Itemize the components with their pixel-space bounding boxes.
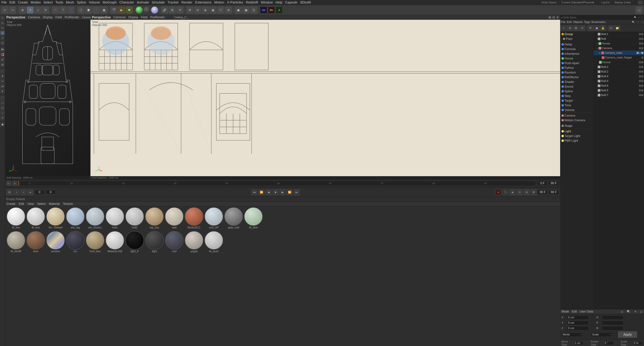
scale-step-field[interactable]: 5 % xyxy=(633,341,643,345)
tool-edge[interactable]: — xyxy=(0,101,5,105)
null1-vis-render[interactable] xyxy=(641,33,643,35)
polygon-mode-btn[interactable]: ▣ xyxy=(100,6,108,13)
node-space-value[interactable]: Current (Standard/Physical) xyxy=(560,0,596,4)
rs-row-null5[interactable]: Null.5 xyxy=(594,88,644,93)
tool-move[interactable]: ✛ xyxy=(0,31,5,35)
menu-xparticles[interactable]: X-Particles xyxy=(227,0,243,4)
attr-mode-tab[interactable]: Mode xyxy=(562,310,569,313)
tool-vertex[interactable]: · xyxy=(0,96,5,100)
settings-btn[interactable]: ⚙ xyxy=(186,6,193,13)
null2-vis-eye[interactable] xyxy=(639,66,641,68)
menu-modes[interactable]: Modes xyxy=(31,0,41,4)
tool-sym[interactable]: S xyxy=(0,89,5,93)
attr-search[interactable]: 🔍 xyxy=(627,310,630,314)
tool-scale[interactable]: ⤢ xyxy=(0,36,5,40)
tool-paint[interactable]: 🖌 xyxy=(0,57,5,62)
rs-row-null2[interactable]: Null.2 xyxy=(594,65,644,69)
rs-tool-lock[interactable]: 🔒 xyxy=(600,25,606,31)
menu-mograph[interactable]: MoGraph xyxy=(103,0,116,4)
tl-prev-frame[interactable]: ⏪ xyxy=(258,189,264,195)
right-vp-cameras[interactable]: Cameras xyxy=(113,15,126,19)
attr-prev[interactable]: ◁ xyxy=(620,310,623,314)
rs-search-icon[interactable]: 🔍 xyxy=(634,16,637,19)
camera-main-expand[interactable]: ▾ xyxy=(599,52,600,54)
right-vp-prorender[interactable]: ProRender xyxy=(150,15,165,19)
tool-rotate[interactable]: ↻ xyxy=(0,41,5,45)
rs-tool-del[interactable]: 🗑 xyxy=(573,25,579,31)
tool-spline[interactable]: ~ xyxy=(0,69,5,73)
right-vp-subtab[interactable]: Ceiling_C... xyxy=(174,16,189,19)
null4b-vis-render[interactable] xyxy=(641,80,643,82)
python-item[interactable]: Python xyxy=(560,65,594,70)
render-anim-btn[interactable]: ▣ xyxy=(242,6,250,13)
x-field[interactable]: 0 cm xyxy=(567,315,589,320)
left-vp-field[interactable]: Field xyxy=(55,15,62,19)
y-axis-btn[interactable]: Y xyxy=(60,6,67,13)
rs-collapse-icon[interactable]: ◁ xyxy=(641,16,643,19)
timeline-bar[interactable]: 0 10 20 30 40 50 60 70 80 90 xyxy=(18,181,536,186)
camera-grp-vis-eye[interactable] xyxy=(639,47,641,49)
ae-btn[interactable]: Ae xyxy=(260,6,267,13)
tl-settings[interactable]: ⚙ xyxy=(531,189,537,195)
house-vis-eye[interactable] xyxy=(639,42,641,44)
render-view-btn[interactable]: ▶ xyxy=(118,6,125,13)
right-vp-field[interactable]: Field xyxy=(141,15,148,19)
pbrlight-item[interactable]: PBR Light xyxy=(560,138,594,143)
menu-character[interactable]: Character xyxy=(120,0,134,4)
rs-edit-menu[interactable]: Edit xyxy=(567,20,572,24)
left-vp-prorender[interactable]: ProRender xyxy=(64,15,79,19)
target-item[interactable]: Target xyxy=(560,98,594,103)
camera-item[interactable]: Camera xyxy=(560,113,594,118)
move-step-field[interactable]: 1 cm xyxy=(574,341,584,345)
menu-mesh[interactable]: Mesh xyxy=(66,0,74,4)
step-item[interactable]: Step xyxy=(560,94,594,98)
null5-vis-render[interactable] xyxy=(641,89,643,91)
time-item[interactable]: Time xyxy=(560,103,594,108)
extra-tool1[interactable]: ◻ xyxy=(636,6,643,13)
b-field[interactable] xyxy=(602,326,624,331)
targetlight-item[interactable]: Target Light xyxy=(560,134,594,138)
scale-btn[interactable]: ⤢ xyxy=(34,6,42,13)
menu-render[interactable]: Render xyxy=(182,0,192,4)
x-axis-btn[interactable]: X xyxy=(52,6,59,13)
null6-vis-eye[interactable] xyxy=(639,85,641,87)
grid-btn[interactable]: ⊞ xyxy=(169,6,176,13)
menu-select[interactable]: Select xyxy=(44,0,53,4)
extra-btn5[interactable]: ⊛ xyxy=(225,6,232,13)
tl-play[interactable]: ▶ xyxy=(280,189,286,195)
attr-next[interactable]: ▷ xyxy=(640,310,643,314)
camera-main-vis-eye[interactable] xyxy=(636,52,639,54)
house-item[interactable]: House xyxy=(560,56,594,61)
menu-help[interactable]: Help xyxy=(276,0,282,4)
scale-dropdown[interactable]: Scale ▾ xyxy=(591,333,613,337)
tl-stop[interactable]: ■ xyxy=(272,189,278,195)
rs-objects-menu[interactable]: Objects xyxy=(573,20,583,24)
rs-search2[interactable]: 🔍 xyxy=(632,21,635,23)
tool-body[interactable]: ⬟ xyxy=(0,122,5,127)
tl-record-btn[interactable]: ● xyxy=(496,189,502,195)
null2b-vis-render[interactable] xyxy=(641,71,643,73)
light-item[interactable]: Light xyxy=(560,129,594,134)
re-btn[interactable]: Re xyxy=(268,6,275,13)
rs-file-menu[interactable]: File xyxy=(561,20,565,24)
tool-smooth[interactable]: ◌ xyxy=(0,111,5,115)
camera-grp-vis-render[interactable] xyxy=(641,47,643,49)
rs-row-camera-target[interactable]: Camera_main.Target xyxy=(594,55,644,60)
formula-item[interactable]: Formula xyxy=(560,47,594,51)
right-vp-expand1[interactable]: ⊞ xyxy=(548,15,551,19)
camera-target-vis-eye[interactable] xyxy=(641,57,643,59)
right-vp-expand3[interactable]: ✕ xyxy=(556,15,559,19)
tl-mode-btn2[interactable]: ▪ xyxy=(14,189,20,195)
apply-btn[interactable]: Apply xyxy=(618,332,637,338)
rotate-btn[interactable]: ↻ xyxy=(42,6,49,13)
rs-row-camera-grp[interactable]: ▾ Camera xyxy=(594,46,644,51)
rs-filter-icon[interactable]: ≡ xyxy=(638,16,640,19)
null4-vis-render[interactable] xyxy=(641,75,643,77)
sphere-green-btn[interactable] xyxy=(136,6,143,13)
menu-edit[interactable]: Edit xyxy=(10,0,15,4)
tool-misc[interactable]: ✦ xyxy=(0,116,5,120)
mat-select[interactable]: Select xyxy=(37,202,46,206)
delay-item[interactable]: Delay xyxy=(560,42,594,47)
shader-item[interactable]: Shader xyxy=(560,80,594,84)
extra-btn3[interactable]: ◉ xyxy=(210,6,216,13)
